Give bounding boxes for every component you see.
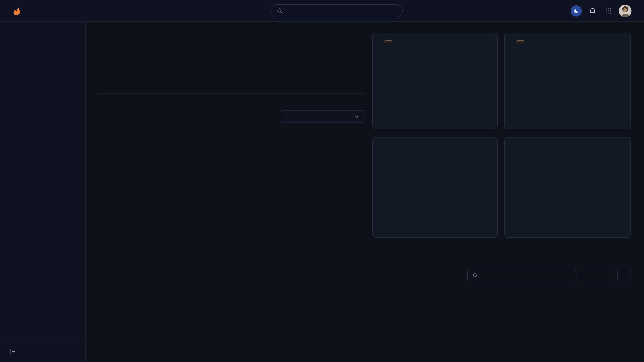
notifications-bell-button[interactable] <box>588 6 598 16</box>
search-icon <box>472 273 478 278</box>
navbar-actions <box>570 0 632 22</box>
collapsed-view-toggle[interactable] <box>0 341 85 362</box>
reviews-search <box>467 270 576 281</box>
search-input[interactable] <box>286 7 396 14</box>
coupons-donut-center <box>417 165 454 202</box>
apps-grid-icon <box>604 7 612 14</box>
date-range-select[interactable] <box>281 110 366 122</box>
paying-gauge-chart <box>536 167 599 203</box>
brand-logo[interactable] <box>12 0 25 22</box>
new-customers-chart <box>512 63 623 117</box>
moon-icon <box>573 8 579 14</box>
apps-grid-button[interactable] <box>603 6 613 16</box>
avatar-photo-icon <box>619 5 632 17</box>
total-sells-chart <box>100 133 364 229</box>
sidebar <box>0 22 86 362</box>
top-coupons-card <box>372 137 498 238</box>
theme-toggle-button[interactable] <box>570 5 582 16</box>
new-customers-card <box>504 33 630 129</box>
search-icon <box>276 7 283 14</box>
paying-card <box>504 137 630 238</box>
global-search <box>270 4 403 17</box>
bell-icon <box>589 7 596 15</box>
phoenix-flame-icon <box>12 6 22 16</box>
collapse-left-icon <box>10 348 16 355</box>
total-orders-badge <box>384 40 392 43</box>
ecommerce-dashboard-app <box>0 0 644 362</box>
all-products-button[interactable] <box>581 270 614 281</box>
chevron-down-icon <box>354 114 360 119</box>
user-avatar[interactable] <box>619 5 632 17</box>
reviews-search-input[interactable] <box>481 272 572 279</box>
more-options-button[interactable] <box>617 270 631 281</box>
new-customers-badge <box>516 40 524 43</box>
total-orders-card <box>372 33 498 129</box>
top-navbar <box>0 0 644 22</box>
